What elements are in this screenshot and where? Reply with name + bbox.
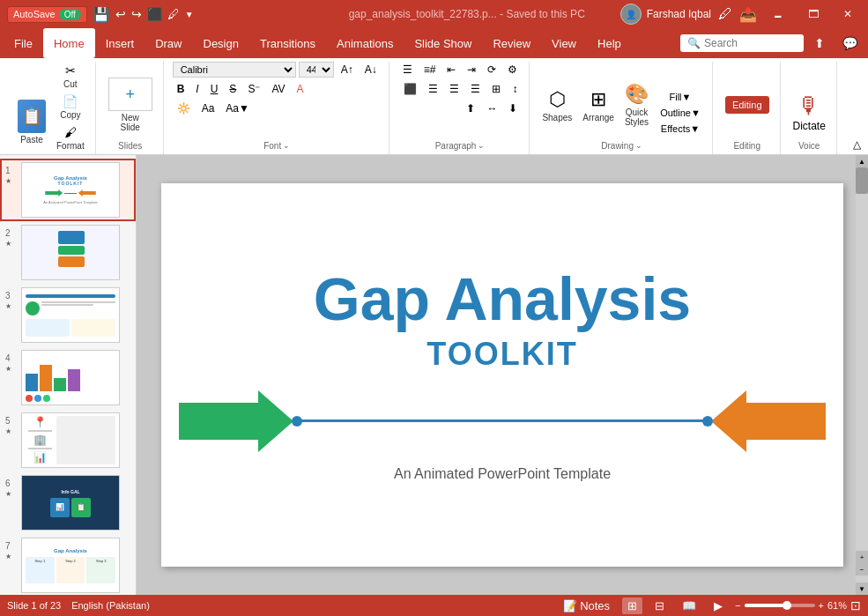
- menu-view[interactable]: View: [541, 28, 587, 58]
- menu-transitions[interactable]: Transitions: [249, 28, 326, 58]
- menu-insert[interactable]: Insert: [95, 28, 145, 58]
- char-spacing-button[interactable]: AV: [267, 81, 289, 97]
- menu-draw[interactable]: Draw: [145, 28, 192, 58]
- increase-indent-button[interactable]: ⇥: [463, 62, 480, 78]
- present-icon[interactable]: ⬛: [147, 7, 162, 21]
- slide-item-4[interactable]: 4 ★: [0, 346, 136, 409]
- slide-panel[interactable]: 1 ★ Gap Analysis TOOLKIT An Animated Pow…: [0, 155, 137, 595]
- shapes-button[interactable]: ⬡ Shapes: [538, 74, 575, 136]
- editing-button[interactable]: Editing: [722, 74, 773, 136]
- scroll-thumb[interactable]: [856, 167, 868, 194]
- zoom-thumb[interactable]: [783, 601, 791, 610]
- align-center-button[interactable]: ☰: [424, 81, 442, 97]
- scroll-track[interactable]: [856, 167, 868, 583]
- text-shadow-button[interactable]: S⁻: [243, 81, 264, 97]
- scroll-up-button[interactable]: ▲: [856, 155, 868, 167]
- redo-icon[interactable]: ↪: [131, 7, 142, 21]
- save-icon[interactable]: 💾: [93, 6, 110, 23]
- paste-button[interactable]: 📋 Paste: [14, 91, 49, 152]
- normal-view-button[interactable]: ⊞: [622, 597, 642, 614]
- drawing-expand-icon[interactable]: ⌄: [635, 141, 642, 150]
- autosave-toggle[interactable]: Off: [59, 9, 81, 20]
- dictate-button[interactable]: 🎙 Dictate: [790, 89, 829, 136]
- align-middle-button[interactable]: ↔: [482, 100, 501, 116]
- paragraph-expand-icon[interactable]: ⌄: [478, 141, 485, 150]
- search-input[interactable]: [704, 37, 792, 49]
- shape-fill-button[interactable]: Fill▼: [665, 90, 696, 104]
- convert-smart-art-button[interactable]: ⚙: [503, 62, 522, 78]
- italic-button[interactable]: I: [191, 81, 203, 97]
- scroll-expand-button[interactable]: +: [856, 551, 868, 563]
- align-top-button[interactable]: ⬆: [462, 100, 479, 116]
- align-right-button[interactable]: ☰: [445, 81, 464, 97]
- share-menu-icon[interactable]: ⬆: [807, 33, 832, 54]
- font-size-select[interactable]: 44: [299, 62, 334, 78]
- search-box[interactable]: 🔍: [680, 34, 804, 52]
- fit-slide-icon[interactable]: ⊡: [850, 598, 861, 612]
- slide-item-6[interactable]: 6 ★ Info GAL 📊 📋: [0, 471, 136, 534]
- drawing-label: Drawing: [601, 141, 634, 151]
- menu-help[interactable]: Help: [587, 28, 632, 58]
- canvas-scrollbar[interactable]: ▲ ▼ + −: [856, 155, 868, 595]
- text-direction-button[interactable]: ⟳: [483, 62, 501, 78]
- menu-animations[interactable]: Animations: [326, 28, 404, 58]
- new-slide-button[interactable]: + NewSlide: [105, 74, 156, 136]
- font-decrease-button[interactable]: A↓: [360, 62, 382, 78]
- justify-button[interactable]: ☰: [466, 81, 485, 97]
- align-left-button[interactable]: ⬛: [399, 81, 421, 97]
- menu-design[interactable]: Design: [193, 28, 249, 58]
- zoom-slider[interactable]: [745, 604, 815, 607]
- zoom-out-icon[interactable]: −: [735, 600, 740, 611]
- copy-button[interactable]: 📄 Copy: [53, 93, 88, 122]
- slide-item-3[interactable]: 3 ★: [0, 284, 136, 346]
- bullets-button[interactable]: ☰: [398, 62, 417, 78]
- quick-styles-button[interactable]: 🎨 QuickStyles: [621, 74, 652, 136]
- numbering-button[interactable]: ≡#: [419, 62, 441, 78]
- format-painter-button[interactable]: 🖌 Format: [53, 123, 88, 152]
- clear-format-button[interactable]: Aa: [197, 100, 219, 116]
- text-highlight-button[interactable]: 🔆: [173, 100, 195, 116]
- comment-menu-icon[interactable]: 💬: [835, 33, 864, 54]
- undo-icon[interactable]: ↩: [115, 7, 126, 21]
- maximize-button[interactable]: 🗖: [799, 4, 827, 24]
- share-icon[interactable]: 📤: [739, 6, 757, 23]
- font-expand-icon[interactable]: ⌄: [283, 141, 290, 150]
- arrange-button[interactable]: ⊞ Arrange: [579, 74, 618, 136]
- slide-item-7[interactable]: 7 ★ Gap Analysis Step 1 Step 2 Step 3: [0, 534, 136, 595]
- slideshow-button[interactable]: ▶: [708, 597, 728, 614]
- pen-icon[interactable]: 🖊: [718, 6, 732, 22]
- align-bottom-button[interactable]: ⬇: [504, 100, 522, 116]
- strikethrough-button[interactable]: S: [225, 81, 241, 97]
- font-family-select[interactable]: Calibri: [173, 62, 296, 78]
- slide-item-5[interactable]: 5 ★ 📍 🏢 📊: [0, 409, 136, 471]
- cut-button[interactable]: ✂ Cut: [53, 62, 88, 91]
- menu-file[interactable]: File: [4, 28, 43, 58]
- slide-sorter-button[interactable]: ⊟: [649, 597, 670, 614]
- bold-button[interactable]: B: [173, 81, 189, 97]
- slide-item-2[interactable]: 2 ★: [0, 221, 136, 284]
- scroll-contract-button[interactable]: −: [856, 563, 868, 575]
- menu-slideshow[interactable]: Slide Show: [404, 28, 482, 58]
- close-button[interactable]: ✕: [835, 4, 861, 24]
- minimize-button[interactable]: 🗕: [764, 4, 792, 24]
- dropdown-arrow-icon[interactable]: ▼: [185, 10, 194, 19]
- autosave-button[interactable]: AutoSave Off: [7, 6, 87, 23]
- extra-tools-icon[interactable]: 🖊: [167, 7, 180, 21]
- font-increase-button[interactable]: A↑: [337, 62, 358, 78]
- columns-button[interactable]: ⊞: [487, 81, 505, 97]
- decrease-indent-button[interactable]: ⇤: [442, 62, 460, 78]
- scroll-down-button[interactable]: ▼: [856, 583, 868, 595]
- ribbon-expand[interactable]: △: [853, 138, 861, 154]
- shape-effects-button[interactable]: Effects▼: [657, 122, 704, 136]
- shape-outline-button[interactable]: Outline▼: [656, 106, 705, 120]
- slide-item-1[interactable]: 1 ★ Gap Analysis TOOLKIT An Animated Pow…: [0, 159, 136, 221]
- menu-home[interactable]: Home: [43, 28, 95, 58]
- reading-view-button[interactable]: 📖: [677, 597, 701, 614]
- zoom-in-icon[interactable]: +: [819, 600, 824, 611]
- change-case-button[interactable]: Aa▼: [221, 100, 254, 116]
- notes-button[interactable]: 📝 Notes: [558, 597, 616, 614]
- menu-review[interactable]: Review: [482, 28, 541, 58]
- underline-button[interactable]: U: [206, 81, 223, 97]
- line-spacing-button[interactable]: ↕: [508, 81, 522, 97]
- font-color-button[interactable]: A: [293, 81, 308, 97]
